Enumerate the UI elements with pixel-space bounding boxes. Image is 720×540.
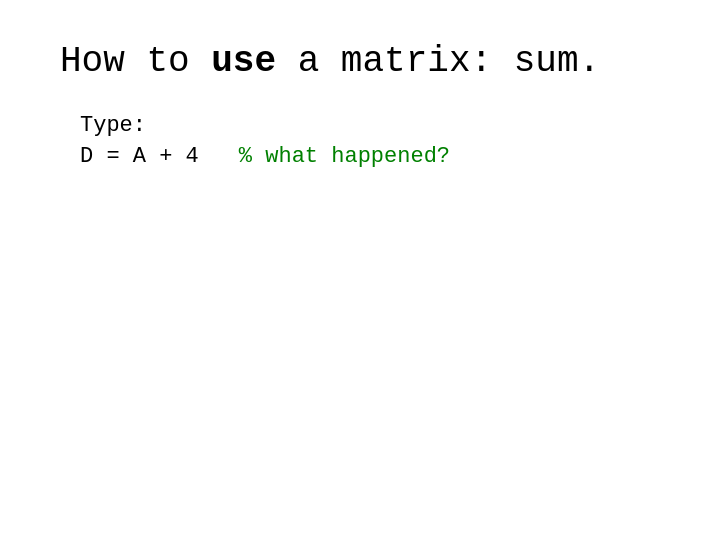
title-suffix: a matrix: sum. — [276, 41, 600, 82]
comment-prefix: % — [239, 144, 252, 169]
code-expression: D = A + 4 — [80, 144, 199, 169]
type-label: Type: — [80, 113, 660, 138]
comment-text: what happened? — [265, 144, 450, 169]
title-prefix: How to — [60, 41, 211, 82]
title-bold-word: use — [211, 41, 276, 82]
code-comment: % what happened? — [239, 144, 450, 169]
content-block: Type: D = A + 4 % what happened? — [60, 113, 660, 169]
page-container: How to use a matrix: sum. Type: D = A + … — [0, 0, 720, 209]
code-line: D = A + 4 % what happened? — [80, 144, 660, 169]
page-title: How to use a matrix: sum. — [60, 40, 660, 83]
